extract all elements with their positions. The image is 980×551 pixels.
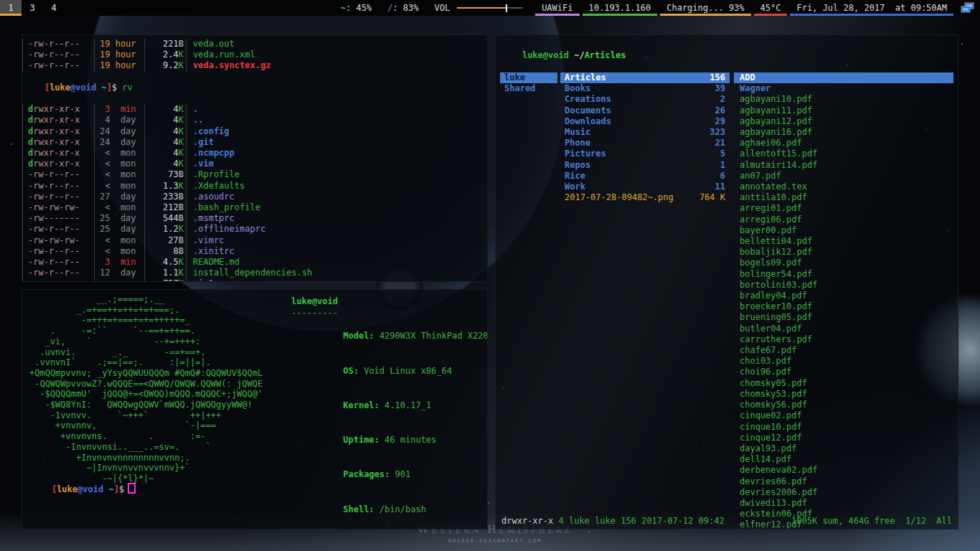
file-item[interactable]: almutairi14.pdf: [734, 160, 953, 171]
file-item[interactable]: choi03.pdf: [734, 356, 953, 367]
directory-item[interactable]: Phone21: [560, 138, 730, 149]
file-item[interactable]: agbayani10.pdf: [734, 94, 953, 105]
prompt-bracket: ]: [107, 83, 112, 93]
file-item[interactable]: dwivedi13.pdf: [734, 498, 953, 509]
ranger-window[interactable]: luke@void ~/Articles luke Shared Article…: [495, 34, 958, 529]
ip-address: 10.193.1.160: [581, 0, 659, 16]
directory-item[interactable]: Downloads29: [560, 116, 730, 127]
neofetch-info-row: Resolution: 980x551: [291, 527, 484, 529]
file-item[interactable]: arregi01.pdf: [734, 203, 953, 214]
file-item[interactable]: dell14.pdf: [734, 454, 953, 465]
file-item[interactable]: agbayani16.pdf: [734, 127, 953, 138]
file-item[interactable]: devries2006.pdf: [734, 487, 953, 498]
ls-row: -rw-r--r-- < mon 73B .Rprofile: [22, 169, 487, 180]
parent-column: luke Shared: [500, 72, 557, 529]
prompt-user: luke: [50, 83, 70, 93]
file-item[interactable]: bruening05.pdf: [734, 312, 953, 323]
file-item[interactable]: bayer00.pdf: [734, 225, 953, 236]
system-info-panel: luke@void --------- Model: 4290W3X Think…: [291, 296, 484, 529]
volume-slider[interactable]: [457, 0, 526, 16]
file-item[interactable]: bogels09.pdf: [734, 258, 953, 268]
file-item[interactable]: carruthers.pdf: [734, 334, 953, 345]
file-details: drwxr-xr-x 4 luke luke 156 2017-07-12 09…: [501, 516, 725, 527]
ls-row: -rw-r--r-- 3 min 4.5K README.md: [22, 257, 487, 268]
ranger-current-dir: Articles: [585, 50, 626, 60]
directory-item[interactable]: Music323: [560, 127, 730, 138]
file-item[interactable]: chomsky05.pdf: [734, 378, 953, 389]
prompt-path: ~: [96, 83, 106, 93]
file-item[interactable]: bortolini03.pdf: [734, 280, 953, 291]
file-item[interactable]: cinque12.pdf: [734, 433, 953, 443]
ls-row: -rw-r--r-- 25 day 1.2K .offlineimaprc: [22, 224, 487, 235]
file-item[interactable]: bolinger54.pdf: [734, 269, 953, 280]
parent-item[interactable]: Shared: [500, 83, 557, 94]
clock: Fri, Jul 28, 2017 at 09:50AM: [788, 0, 955, 16]
ls-row: -rw-r--r-- 12 day 1.1K install_dependenc…: [22, 268, 487, 278]
workspace-button[interactable]: 4: [43, 0, 65, 16]
shell-prompt[interactable]: [luke@void ~]$: [29, 471, 136, 506]
ls-row: drwxr-xr-x 24 day 4K .config: [22, 126, 487, 137]
file-item[interactable]: anttila10.pdf: [734, 192, 953, 203]
file-item[interactable]: chafe67.pdf: [734, 345, 953, 356]
file-item[interactable]: allentoft15.pdf: [734, 149, 953, 159]
parent-item[interactable]: luke: [500, 72, 557, 83]
file-item[interactable]: belletti04.pdf: [734, 236, 953, 247]
ls-row: -rw-r--r-- < mon 1.3K .Xdefaults: [22, 181, 487, 192]
file-item[interactable]: broecker10.pdf: [734, 301, 953, 312]
file-item[interactable]: aghaei06.pdf: [734, 138, 953, 149]
workspace-list: 1 3 4: [0, 0, 65, 16]
root-usage: /: 83%: [380, 0, 426, 16]
shell-prompt: [luke@void ~]$ rv: [22, 72, 487, 105]
file-permissions: drwxr-xr-x: [501, 516, 553, 526]
wifi-ssid: UAWiFi: [534, 0, 580, 16]
file-item[interactable]: choi96.pdf: [734, 367, 953, 377]
file-item[interactable]: bradley04.pdf: [734, 291, 953, 301]
root-partition-icon: /: [387, 3, 392, 13]
home-partition-icon: ~: [341, 3, 346, 13]
directory-item[interactable]: Articles156: [560, 72, 730, 83]
file-item[interactable]: annotated.tex: [734, 182, 953, 192]
file-item[interactable]: bobaljik12.pdf: [734, 247, 953, 258]
directory-item[interactable]: Creations2: [560, 94, 730, 105]
file-item[interactable]: dayal93.pdf: [734, 443, 953, 454]
directory-item[interactable]: 2017-07-28-09482~.png764 K: [560, 192, 730, 203]
file-item[interactable]: an07.pdf: [734, 171, 953, 182]
file-item[interactable]: arregi06.pdf: [734, 215, 953, 225]
ls-output-head: -rw-r--r-- 19 hour 221B veda.out -rw-r--…: [22, 39, 487, 72]
file-item[interactable]: ADD: [734, 72, 953, 83]
directory-item[interactable]: Pictures5: [560, 149, 730, 159]
file-column: ADD Wagner agbayani10.pdf agbayani11.pdf…: [734, 72, 953, 529]
ascii-art-logo: __.;=====;.__ _.=+==++=++=+=+===;. -=+++…: [29, 294, 263, 484]
file-item[interactable]: derbeneva02.pdf: [734, 465, 953, 476]
directory-item[interactable]: Rice6: [560, 171, 730, 182]
ls-row: drwxr-xr-x 3 min 4K .: [22, 104, 487, 115]
file-item[interactable]: cinque02.pdf: [734, 410, 953, 421]
file-item[interactable]: agbayani11.pdf: [734, 105, 953, 116]
neofetch-info-row: Uptime: 46 minutes: [291, 423, 484, 457]
file-item[interactable]: Wagner: [734, 83, 953, 94]
directory-item[interactable]: Repos1: [560, 160, 730, 171]
terminal-window-neofetch[interactable]: __.;=====;.__ _.=+==++=++=+=+===;. -=+++…: [22, 289, 488, 529]
file-item[interactable]: butler04.pdf: [734, 324, 953, 334]
directory-item[interactable]: Documents26: [560, 105, 730, 116]
file-item[interactable]: devries06.pdf: [734, 476, 953, 487]
file-item[interactable]: chomsky56.pdf: [734, 400, 953, 410]
i3-status-bar: 1 3 4 ~: 45% /: 83% VOL UAWiFi 10.193.1.…: [0, 0, 980, 16]
workspace-button[interactable]: 1: [0, 0, 22, 16]
workspace-button[interactable]: 3: [22, 0, 43, 16]
file-item[interactable]: cinque10.pdf: [734, 422, 953, 433]
file-item[interactable]: chomsky53.pdf: [734, 389, 953, 400]
tray-network-icon[interactable]: [955, 0, 980, 16]
volume-control[interactable]: VOL: [426, 0, 534, 16]
prompt-user: luke: [57, 484, 77, 494]
neofetch-title: luke@void: [291, 296, 484, 307]
ls-row: -rw-r--r-- 27 day 233B .asoudrc: [22, 192, 487, 202]
ls-row: -rw------- 25 day 544B .msmtprc: [22, 213, 487, 224]
volume-slider-fill: [457, 7, 506, 9]
prompt-host: @void: [70, 83, 96, 93]
home-usage-value: : 45%: [346, 3, 372, 13]
file-item[interactable]: agbayani12.pdf: [734, 116, 953, 127]
terminal-window-files[interactable]: -rw-r--r-- 19 hour 221B veda.out -rw-r--…: [22, 34, 488, 282]
directory-item[interactable]: Books39: [560, 83, 730, 94]
directory-item[interactable]: Work11: [560, 182, 730, 192]
